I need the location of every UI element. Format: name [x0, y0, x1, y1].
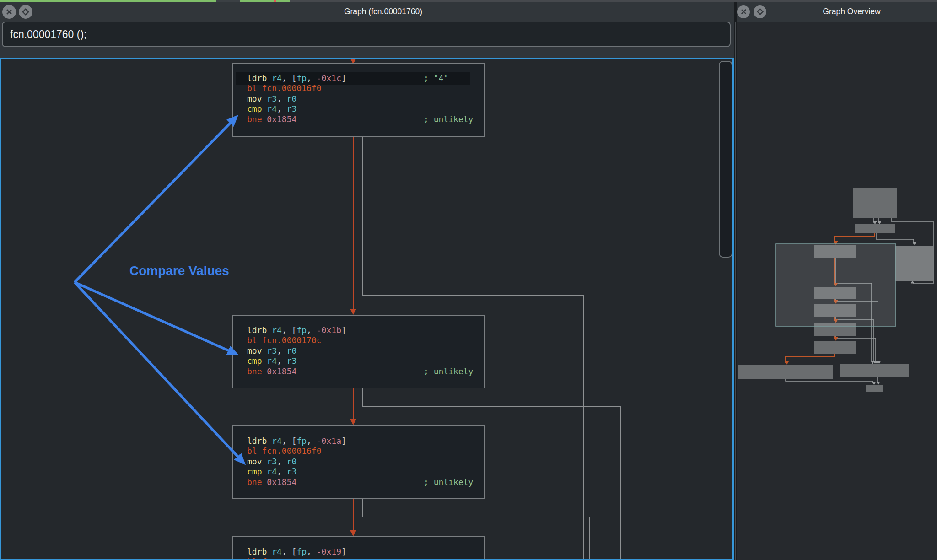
asm-line[interactable]: ldrb r4, [fp, -0x19]	[233, 547, 484, 557]
overview-edge-taken	[835, 233, 875, 243]
asm-line[interactable]: mov r3, r0	[233, 346, 484, 356]
undock-diamond-icon	[756, 8, 764, 16]
asm-line[interactable]: ldrb r4, [fp, -0x1a]	[233, 436, 484, 446]
undock-overview-button[interactable]	[754, 5, 766, 18]
asm-line[interactable]: ldrb r4, [fp, -0x1b]	[233, 325, 484, 335]
asm-instruction: ldrb r4, [fp, -0x19]	[247, 547, 346, 556]
asm-line[interactable]: mov r3, r0	[233, 457, 484, 467]
asm-line[interactable]: cmp r4, r3	[233, 467, 484, 477]
close-icon	[5, 8, 13, 16]
asm-instruction: bl fcn.0000170c	[247, 335, 322, 345]
asm-comment: ; unlikely	[424, 477, 473, 487]
asm-line[interactable]: mov r3, r0	[233, 94, 484, 104]
asm-instruction: bne 0x1854	[247, 477, 296, 487]
asm-line[interactable]: bne 0x1854; unlikely	[233, 366, 484, 377]
function-signature: fcn.00001760 ();	[3, 28, 87, 41]
overview-node	[866, 385, 883, 392]
overview-panel-header: Graph Overview	[736, 2, 937, 22]
function-signature-box[interactable]: fcn.00001760 ();	[2, 22, 731, 47]
undock-panel-button[interactable]	[19, 5, 32, 19]
graph-view[interactable]: ldrb r4, [fp, -0x1c]; "4"bl fcn.000016f0…	[0, 58, 734, 560]
asm-instruction: ldrb r4, [fp, -0x1b]	[247, 325, 346, 335]
asm-line[interactable]: ldrb r4, [fp, -0x1c]; "4"	[233, 73, 484, 83]
graph-overview[interactable]	[737, 22, 937, 560]
asm-comment: ; unlikely	[424, 366, 473, 377]
graph-panel-header: Graph (fcn.00001760)	[0, 2, 734, 22]
overview-node	[840, 364, 909, 377]
asm-line[interactable]: bl fcn.0000170c	[233, 335, 484, 345]
asm-line[interactable]: cmp r4, r3	[233, 356, 484, 366]
undock-diamond-icon	[22, 8, 30, 16]
asm-comment: ; unlikely	[424, 114, 473, 124]
asm-instruction: mov r3, r0	[247, 94, 296, 103]
asm-comment: ; "4"	[424, 73, 448, 83]
asm-instruction: bl fcn.0000170c	[247, 557, 322, 559]
edge-arrowhead	[350, 309, 356, 315]
asm-line[interactable]: bl fcn.0000170c	[233, 557, 484, 559]
asm-line[interactable]: cmp r4, r3	[233, 104, 484, 114]
basic-block[interactable]: ldrb r4, [fp, -0x1c]; "4"bl fcn.000016f0…	[232, 63, 485, 137]
overview-node	[855, 224, 895, 233]
asm-instruction: bne 0x1854	[247, 114, 296, 124]
asm-instruction: mov r3, r0	[247, 457, 296, 466]
overview-edge	[876, 233, 914, 244]
basic-block[interactable]: ldrb r4, [fp, -0x1b]bl fcn.0000170cmov r…	[232, 315, 485, 388]
overview-edge-taken	[786, 354, 835, 363]
annotation-label: Compare Values	[129, 264, 229, 278]
asm-line[interactable]: bne 0x1854; unlikely	[233, 477, 484, 487]
overview-node	[895, 246, 933, 281]
close-overview-button[interactable]	[737, 5, 750, 18]
asm-instruction: ldrb r4, [fp, -0x1a]	[247, 436, 346, 446]
basic-block[interactable]: ldrb r4, [fp, -0x19]bl fcn.0000170c	[232, 536, 485, 559]
overview-node	[814, 341, 856, 354]
close-panel-button[interactable]	[2, 5, 16, 19]
asm-line[interactable]: bl fcn.000016f0	[233, 446, 484, 456]
overview-viewport	[776, 244, 896, 326]
basic-block[interactable]: ldrb r4, [fp, -0x1a]bl fcn.000016f0mov r…	[232, 425, 485, 499]
asm-instruction: mov r3, r0	[247, 346, 296, 355]
edge-arrowhead	[350, 530, 356, 536]
edge-arrowhead	[350, 419, 356, 425]
asm-line[interactable]: bne 0x1854; unlikely	[233, 114, 484, 124]
overview-edge	[786, 379, 873, 383]
asm-instruction: bne 0x1854	[247, 366, 296, 376]
asm-instruction: cmp r4, r3	[247, 467, 296, 476]
cutter-graph-window: Graph (fcn.00001760) Graph Overview fcn.…	[0, 0, 937, 560]
asm-instruction: bl fcn.000016f0	[247, 446, 322, 456]
asm-instruction: cmp r4, r3	[247, 104, 296, 113]
asm-instruction: bl fcn.000016f0	[247, 83, 322, 93]
overview-minimap	[737, 22, 937, 560]
close-icon	[740, 8, 747, 15]
asm-instruction: ldrb r4, [fp, -0x1c]	[247, 73, 346, 83]
graph-panel-title: Graph (fcn.00001760)	[32, 7, 734, 16]
vertical-scrollbar[interactable]	[719, 61, 732, 258]
asm-line[interactable]: bl fcn.000016f0	[233, 83, 484, 93]
overview-node	[738, 365, 833, 379]
panel-divider	[734, 2, 737, 560]
graph-canvas[interactable]: ldrb r4, [fp, -0x1c]; "4"bl fcn.000016f0…	[1, 59, 732, 559]
asm-instruction: cmp r4, r3	[247, 356, 296, 366]
overview-node	[853, 188, 897, 218]
overview-panel-title: Graph Overview	[766, 7, 937, 16]
